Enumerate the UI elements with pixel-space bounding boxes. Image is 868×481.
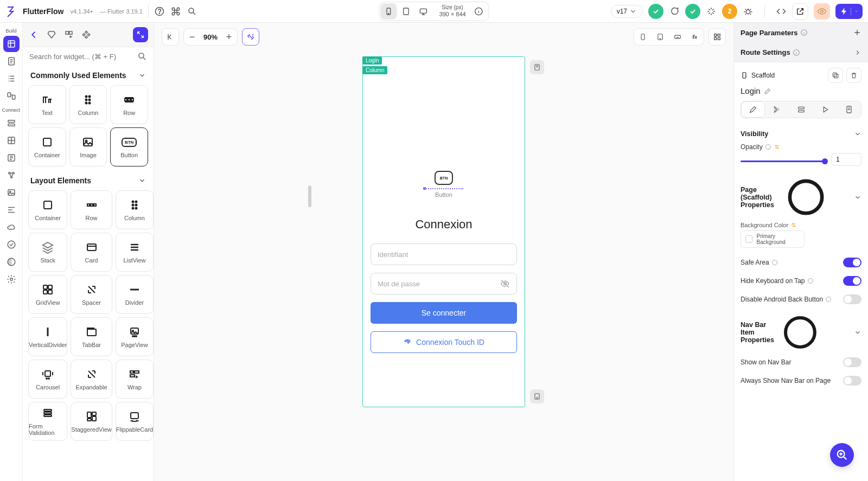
widget-card[interactable]: Card: [71, 233, 112, 272]
page-parameters-header[interactable]: Page Parameters: [734, 23, 868, 42]
canvas[interactable]: − 90% + Login Column: [154, 23, 733, 481]
code-icon[interactable]: [776, 6, 787, 17]
widget-stack[interactable]: Stack: [28, 233, 67, 272]
zoom-in-button[interactable]: +: [221, 31, 237, 43]
version-selector[interactable]: v17: [611, 5, 643, 18]
help-fab[interactable]: [830, 443, 854, 467]
rail-storyboard-icon[interactable]: [3, 88, 20, 104]
tab-backend[interactable]: [789, 101, 813, 118]
widget-container-2[interactable]: Container: [28, 190, 67, 229]
widget-row[interactable]: Row: [110, 85, 148, 124]
search-input[interactable]: [29, 53, 137, 61]
template-icon[interactable]: [63, 29, 75, 41]
open-external-icon[interactable]: [792, 3, 808, 20]
section-layout-header[interactable]: Layout Elements: [23, 171, 154, 188]
disable-back-toggle[interactable]: [843, 294, 861, 304]
tab-animations[interactable]: [813, 101, 837, 118]
widget-search[interactable]: [23, 47, 154, 66]
canvas-layout-button[interactable]: [709, 28, 726, 46]
widget-column[interactable]: Column: [69, 85, 107, 124]
widget-text[interactable]: Text: [28, 85, 66, 124]
tag-login[interactable]: Login: [362, 56, 382, 65]
visibility-header[interactable]: Visibility: [734, 126, 868, 139]
expand-panel-button[interactable]: [133, 27, 148, 42]
safe-area-toggle[interactable]: [843, 258, 861, 267]
search-icon[interactable]: [187, 6, 197, 17]
tab-style[interactable]: [741, 101, 765, 118]
preview-icon[interactable]: [814, 3, 830, 20]
settings-mini-icon[interactable]: [774, 144, 780, 150]
rail-api-icon[interactable]: [3, 167, 20, 183]
widget-flippablecard[interactable]: FlippableCard: [116, 402, 154, 441]
zoom-out-button[interactable]: −: [184, 31, 200, 43]
always-show-navbar-toggle[interactable]: [843, 376, 861, 386]
page-props-header[interactable]: Page (Scaffold) Properties: [734, 171, 868, 220]
widget-image[interactable]: Image: [69, 127, 107, 166]
collapse-panel-button[interactable]: [162, 28, 179, 46]
rail-datatypes-icon[interactable]: [3, 132, 20, 149]
frame-settings-bottom-icon[interactable]: [530, 389, 544, 403]
device-desktop-button[interactable]: [415, 3, 431, 20]
widget-column-2[interactable]: Column: [116, 190, 154, 229]
widget-gridview[interactable]: GridView: [28, 275, 67, 314]
login-title[interactable]: Connexion: [371, 217, 517, 232]
status-ok-2-icon[interactable]: [685, 4, 700, 19]
status-ok-icon[interactable]: [648, 4, 663, 19]
opacity-slider[interactable]: [741, 161, 826, 162]
button-placeholder[interactable]: BTN Button: [424, 171, 463, 198]
device-mobile-button[interactable]: [380, 3, 397, 20]
hide-keyboard-toggle[interactable]: [843, 276, 861, 286]
device-tablet-button[interactable]: [398, 3, 414, 20]
tab-actions[interactable]: [765, 101, 789, 118]
panel-resize-handle[interactable]: [308, 185, 311, 207]
copy-button[interactable]: [828, 68, 843, 83]
diamond-icon[interactable]: [46, 29, 58, 41]
rail-tree-icon[interactable]: [3, 70, 20, 87]
ai-assist-button[interactable]: [242, 28, 259, 46]
bg-color-picker[interactable]: Primary Background: [741, 230, 805, 248]
add-parameter-button[interactable]: [853, 28, 861, 37]
widget-button[interactable]: BTNButton: [110, 127, 148, 166]
help-icon[interactable]: [154, 6, 165, 17]
rail-tests-icon[interactable]: [3, 236, 20, 253]
rail-media-icon[interactable]: [3, 184, 20, 201]
tab-document[interactable]: [837, 101, 861, 118]
widget-tabbar[interactable]: TabBar: [71, 317, 112, 356]
back-icon[interactable]: [28, 29, 40, 41]
settings-mini-icon[interactable]: [790, 222, 797, 228]
canvas-text-button[interactable]: [686, 28, 704, 46]
rail-pages-icon[interactable]: [3, 53, 20, 69]
edit-icon[interactable]: [764, 87, 771, 95]
rail-cloud-icon[interactable]: [3, 219, 20, 235]
device-info-icon[interactable]: [474, 6, 484, 17]
rail-functions-icon[interactable]: [3, 202, 20, 218]
rail-firestore-icon[interactable]: [3, 115, 20, 131]
widget-carousel[interactable]: Carousel: [28, 360, 67, 399]
rail-settings-icon[interactable]: [3, 271, 20, 287]
eye-off-icon[interactable]: [500, 279, 510, 288]
connect-button[interactable]: Se connecter: [371, 302, 517, 324]
widget-container[interactable]: Container: [28, 127, 66, 166]
touchid-button[interactable]: Connexion Touch ID: [371, 331, 517, 353]
section-common-header[interactable]: Commonly Used Elements: [23, 66, 154, 83]
widget-row-2[interactable]: Row: [71, 190, 112, 229]
warnings-count[interactable]: 2: [722, 4, 737, 19]
navbar-props-header[interactable]: Nav Bar Item Properties: [734, 309, 868, 353]
field-password[interactable]: Mot de passe: [371, 273, 517, 294]
canvas-mobile-button[interactable]: [634, 28, 652, 46]
bug-icon[interactable]: [743, 6, 754, 17]
sparkle-icon[interactable]: [706, 6, 717, 17]
widget-wrap[interactable]: Wrap: [116, 360, 154, 399]
rail-widgets-icon[interactable]: [3, 36, 20, 52]
frame-settings-top-icon[interactable]: [530, 60, 544, 74]
run-button[interactable]: [835, 4, 863, 19]
command-icon[interactable]: [170, 6, 181, 17]
route-settings-header[interactable]: Route Settings: [734, 43, 868, 62]
show-navbar-toggle[interactable]: [843, 357, 861, 367]
rail-appstate-icon[interactable]: [3, 150, 20, 166]
opacity-value[interactable]: 1: [831, 153, 861, 166]
widget-form-validation[interactable]: Form Validation: [28, 402, 67, 441]
component-icon[interactable]: [80, 29, 92, 41]
widget-expandable[interactable]: Expandable: [71, 360, 112, 399]
field-identifiant[interactable]: Identifiant: [371, 243, 517, 265]
